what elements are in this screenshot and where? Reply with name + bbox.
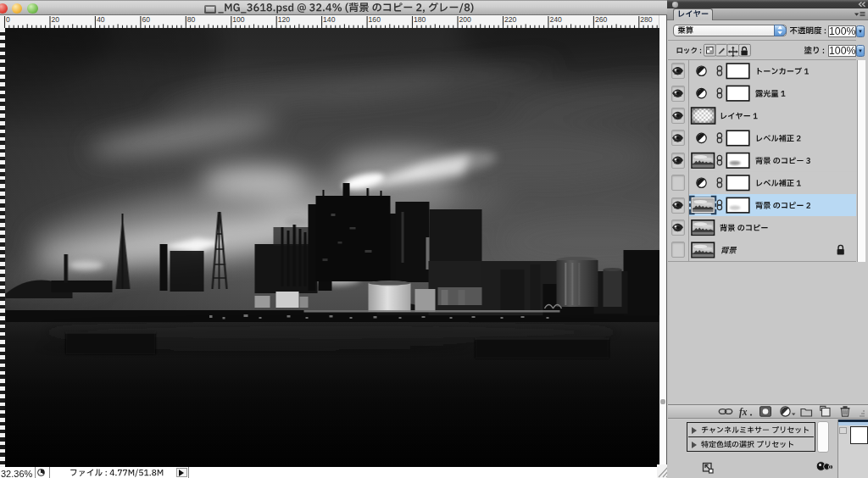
svg-text:100: 100 <box>232 15 245 24</box>
svg-text:20: 20 <box>52 15 60 24</box>
svg-text:220: 220 <box>504 15 517 24</box>
svg-text:240: 240 <box>549 15 562 24</box>
svg-text:280: 280 <box>640 15 653 24</box>
svg-text:120: 120 <box>278 15 291 24</box>
svg-text:140: 140 <box>323 15 336 24</box>
svg-text:200: 200 <box>459 15 472 24</box>
svg-text:40: 40 <box>97 15 105 24</box>
svg-text:260: 260 <box>595 15 608 24</box>
svg-text:180: 180 <box>414 15 426 24</box>
svg-text:fx: fx <box>739 407 748 418</box>
svg-text:0: 0 <box>6 15 10 24</box>
svg-text:160: 160 <box>369 15 381 24</box>
svg-text:60: 60 <box>142 15 150 24</box>
svg-text:80: 80 <box>187 15 196 24</box>
